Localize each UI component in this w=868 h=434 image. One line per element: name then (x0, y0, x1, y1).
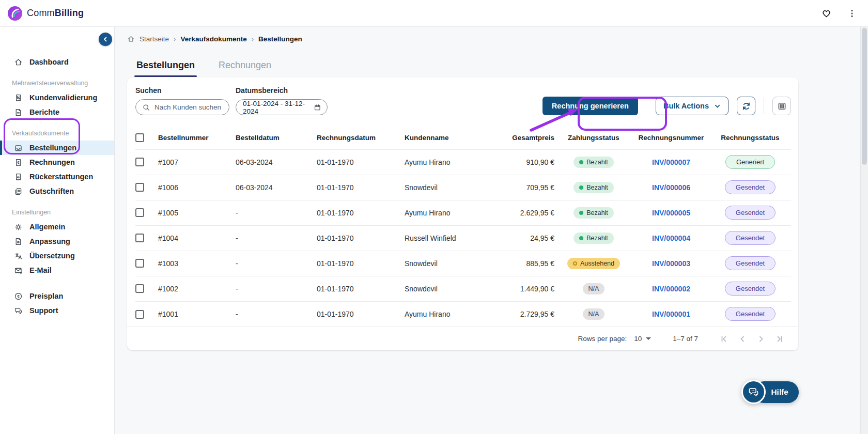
sidebar-item-label: Preisplan (29, 292, 63, 300)
payment-status-label: Bezahlt (586, 209, 608, 216)
scrollbar[interactable] (860, 27, 868, 434)
payment-status-badge: Bezahlt (574, 182, 614, 193)
sidebar-item-rechnungen[interactable]: € Rechnungen (0, 155, 114, 169)
row-checkbox[interactable] (135, 284, 144, 293)
date-range-field[interactable]: 01-01-2024 - 31-12-2024 (236, 99, 328, 115)
first-page-icon (719, 334, 729, 344)
table-row: #1005-01-01-1970Ayumu Hirano2.629,95 €Be… (135, 200, 791, 225)
first-page-button[interactable] (715, 330, 733, 348)
columns-icon (777, 101, 787, 111)
payment-status-label: Bezahlt (586, 235, 608, 242)
sidebar-item-berichte[interactable]: Berichte (0, 105, 114, 119)
invoice-number-link[interactable]: INV/000001 (652, 310, 690, 318)
invoice-date: 01-01-1970 (317, 158, 354, 166)
tab-bestellungen[interactable]: Bestellungen (136, 60, 195, 77)
sidebar-item-rueckerstattungen[interactable]: Rückerstattungen (0, 169, 114, 184)
sidebar-item-dashboard[interactable]: Dashboard (0, 55, 114, 69)
scrollbar-thumb[interactable] (862, 28, 867, 165)
row-checkbox[interactable] (135, 234, 144, 242)
date-range-filter: Datumsbereich 01-01-2024 - 31-12-2024 (236, 86, 328, 115)
invoice-number-link[interactable]: INV/000003 (652, 259, 690, 268)
row-checkbox[interactable] (135, 259, 144, 268)
refresh-button[interactable] (737, 97, 755, 115)
breadcrumb-separator: › (174, 35, 176, 43)
status-ring-icon (573, 261, 577, 266)
sidebar-item-label: Anpassung (29, 237, 70, 245)
favorites-button[interactable] (821, 8, 832, 19)
payment-status-badge: Ausstehend (567, 258, 620, 269)
sidebar-item-kundenvalidierung[interactable]: Kundenvalidierung (0, 90, 114, 105)
sidebar-item-allgemein[interactable]: Allgemein (0, 220, 114, 234)
order-number: #1007 (158, 158, 178, 166)
sidebar-item-label: Berichte (29, 108, 59, 116)
invoice-number-link[interactable]: INV/000005 (652, 209, 690, 217)
breadcrumb-verkaufsdokumente[interactable]: Verkaufsdokumente (180, 35, 246, 43)
search-input[interactable] (154, 103, 224, 111)
previous-page-button[interactable] (733, 330, 752, 348)
orders-table: Bestellnummer Bestelldatum Rechnungsdatu… (135, 127, 791, 327)
order-number: #1001 (158, 310, 178, 318)
total-price: 1.449,90 € (520, 285, 554, 293)
table-row: #100606-03-202401-01-1970Snowdevil709,95… (135, 175, 791, 200)
order-number: #1003 (158, 259, 178, 268)
invoice-status-badge: Generiert (725, 155, 775, 169)
sidebar-item-uebersetzung[interactable]: Übersetzung (0, 249, 114, 263)
sidebar-item-label: Dashboard (29, 58, 69, 66)
payment-status-badge: Bezahlt (574, 157, 614, 168)
document-gear-icon (14, 237, 23, 246)
last-page-button[interactable] (770, 330, 789, 348)
main-content: Startseite › Verkaufsdokumente › Bestell… (115, 27, 868, 434)
customer-name: Ayumu Hirano (405, 158, 450, 166)
invoice-number-link[interactable]: INV/000007 (652, 158, 690, 166)
invoice-status-badge: Gesendet (725, 256, 776, 270)
invoice-number-link[interactable]: INV/000002 (652, 285, 690, 293)
chevron-left-icon (102, 36, 109, 42)
table-header-row: Bestellnummer Bestelldatum Rechnungsdatu… (135, 127, 791, 149)
row-checkbox[interactable] (135, 208, 144, 217)
bulk-actions-button[interactable]: Bulk Actions (656, 97, 729, 115)
invoice-number-link[interactable]: INV/000006 (652, 183, 690, 192)
total-price: 2.629,95 € (520, 209, 554, 217)
invoice-number-link[interactable]: INV/000004 (652, 234, 690, 242)
sidebar-item-preisplan[interactable]: € Preisplan (0, 289, 114, 303)
invoice-status-badge: Gesendet (725, 231, 776, 245)
help-button[interactable]: Hilfe (741, 380, 799, 404)
sidebar-item-email[interactable]: E-Mail (0, 263, 114, 277)
sidebar-item-label: Gutschriften (29, 187, 74, 195)
tab-rechnungen[interactable]: Rechnungen (219, 60, 271, 77)
order-date: 06-03-2024 (236, 183, 273, 192)
sidebar-item-anpassung[interactable]: Anpassung (0, 234, 114, 249)
customer-name: Snowdevil (405, 259, 438, 268)
document-icon (14, 108, 23, 117)
columns-button[interactable] (772, 97, 791, 115)
sidebar-item-bestellungen[interactable]: Bestellungen (0, 141, 114, 155)
sidebar-collapse-button[interactable] (99, 33, 112, 46)
sidebar-item-gutschriften[interactable]: Gutschriften (0, 184, 114, 198)
sidebar-item-label: Allgemein (29, 223, 65, 231)
invoice-status-badge: Gesendet (725, 180, 776, 194)
orders-inbox-icon (14, 144, 23, 152)
generate-invoice-button[interactable]: Rechnung generieren (542, 97, 638, 115)
row-checkbox[interactable] (135, 310, 144, 319)
customer-name: Snowdevil (405, 285, 438, 293)
rows-per-page-select[interactable]: 10 (634, 335, 651, 343)
sidebar-item-support[interactable]: Support (0, 303, 114, 318)
row-checkbox[interactable] (135, 158, 144, 166)
row-checkbox[interactable] (135, 183, 144, 192)
more-menu-button[interactable] (847, 9, 857, 18)
invoice-status-badge: Gesendet (725, 307, 776, 321)
brand: CommBilling (7, 6, 84, 21)
order-date: - (236, 285, 238, 293)
select-all-checkbox[interactable] (135, 133, 144, 142)
breadcrumb-startseite[interactable]: Startseite (140, 35, 169, 43)
sidebar-item-label: Bestellungen (29, 144, 76, 152)
table-row: #1002-01-01-1970Snowdevil1.449,90 €N/AIN… (135, 276, 791, 301)
sidebar-item-label: Support (29, 306, 58, 315)
svg-text:€: € (17, 160, 19, 164)
payment-status-label: Bezahlt (586, 159, 608, 166)
search-field[interactable] (135, 99, 229, 115)
bulk-actions-label: Bulk Actions (663, 102, 709, 110)
col-rechnungsdatum: Rechnungsdatum (317, 127, 405, 149)
sidebar-item-label: Rückerstattungen (29, 173, 93, 181)
next-page-button[interactable] (752, 330, 770, 348)
